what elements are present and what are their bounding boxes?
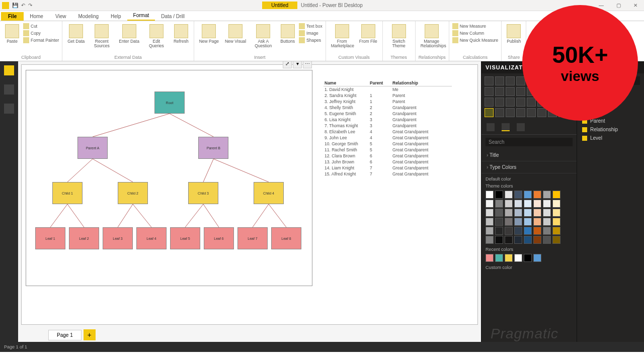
color-swatch[interactable]: [552, 227, 560, 235]
color-swatch[interactable]: [543, 209, 551, 217]
color-swatch[interactable]: [533, 209, 541, 217]
viz-type-icon[interactable]: [485, 98, 494, 107]
viz-type-icon[interactable]: [516, 98, 525, 107]
org-node[interactable]: Leaf 7: [237, 227, 268, 249]
field-item[interactable]: Level: [577, 134, 644, 142]
buttons-button[interactable]: Buttons: [278, 23, 297, 45]
recent-color-swatch[interactable]: [505, 254, 513, 262]
org-node[interactable]: Child 2: [118, 182, 148, 204]
color-swatch[interactable]: [495, 191, 503, 199]
color-swatch[interactable]: [495, 200, 503, 208]
table-row[interactable]: 11. Rachel Smith5Great Grandparent: [324, 147, 452, 153]
viz-type-icon[interactable]: [485, 87, 494, 96]
table-col-name[interactable]: Name: [324, 80, 369, 86]
color-swatch[interactable]: [495, 227, 503, 235]
format-section-type-colors[interactable]: Type Colors: [481, 161, 577, 173]
field-item[interactable]: Relationship: [577, 125, 644, 134]
viz-type-icon[interactable]: [495, 76, 504, 85]
table-row[interactable]: 10. George Smith5Great Grandparent: [324, 141, 452, 147]
color-swatch[interactable]: [552, 218, 560, 226]
color-swatch[interactable]: [495, 236, 503, 244]
color-swatch[interactable]: [514, 236, 522, 244]
new-page-button[interactable]: New Page: [197, 23, 221, 45]
viz-type-icon[interactable]: [495, 108, 504, 117]
color-swatch[interactable]: [514, 218, 522, 226]
viz-type-icon[interactable]: [527, 108, 536, 117]
color-swatch[interactable]: [486, 218, 494, 226]
color-swatch[interactable]: [505, 191, 513, 199]
color-swatch[interactable]: [486, 236, 494, 244]
manage-relationships-button[interactable]: Manage Relationships: [419, 23, 445, 50]
org-node[interactable]: Leaf 6: [204, 227, 234, 249]
ribbon-small-item[interactable]: New Quick Measure: [452, 37, 499, 43]
org-node[interactable]: Child 4: [254, 182, 284, 204]
color-swatch[interactable]: [514, 209, 522, 217]
color-swatch[interactable]: [524, 191, 532, 199]
color-swatch[interactable]: [543, 218, 551, 226]
table-col-rel[interactable]: Relationship: [391, 80, 447, 86]
color-swatch[interactable]: [524, 227, 532, 235]
org-node[interactable]: Parent B: [198, 137, 228, 159]
table-row[interactable]: 8. Elizabeth Lee4Great Grandparent: [324, 129, 452, 135]
color-swatch[interactable]: [543, 191, 551, 199]
report-canvas[interactable]: ⤢ ▾ ⋯ RootParent AParent BChild 1Child 2…: [21, 64, 478, 325]
org-node[interactable]: Child 3: [188, 182, 218, 204]
visual-filter-icon[interactable]: ▾: [293, 61, 302, 68]
color-swatch[interactable]: [495, 218, 503, 226]
viz-type-icon[interactable]: [485, 108, 494, 117]
data-view-icon[interactable]: [4, 84, 14, 95]
color-swatch[interactable]: [505, 200, 513, 208]
color-swatch[interactable]: [543, 236, 551, 244]
color-swatch[interactable]: [505, 218, 513, 226]
color-swatch[interactable]: [533, 227, 541, 235]
color-swatch[interactable]: [505, 209, 513, 217]
tab-data-drill[interactable]: Data / Drill: [155, 12, 191, 21]
tab-help[interactable]: Help: [105, 12, 127, 21]
color-swatch[interactable]: [543, 227, 551, 235]
color-swatch[interactable]: [514, 227, 522, 235]
color-swatch[interactable]: [486, 191, 494, 199]
color-swatch[interactable]: [543, 200, 551, 208]
page-tab[interactable]: Page 1: [48, 330, 82, 340]
qat-undo-icon[interactable]: ↶: [21, 3, 25, 8]
ribbon-small-item[interactable]: Format Painter: [23, 37, 59, 43]
table-row[interactable]: 6. Lisa Knight3Grandparent: [324, 117, 452, 123]
new-visual-button[interactable]: New Visual: [223, 23, 248, 45]
viz-type-icon[interactable]: [506, 87, 515, 96]
color-swatch[interactable]: [533, 236, 541, 244]
analytics-tab-icon[interactable]: [517, 123, 525, 131]
color-swatch[interactable]: [524, 209, 532, 217]
switch-theme-button[interactable]: Switch Theme: [386, 23, 412, 50]
recent-color-swatch[interactable]: [533, 254, 541, 262]
report-view-icon[interactable]: [4, 65, 14, 75]
color-swatch[interactable]: [533, 200, 541, 208]
from-file-button[interactable]: From File: [357, 23, 379, 45]
maximize-button[interactable]: ▢: [610, 0, 627, 11]
qat-redo-icon[interactable]: ↷: [28, 3, 32, 8]
recent-sources-button[interactable]: Recent Sources: [89, 23, 115, 50]
color-swatch[interactable]: [552, 236, 560, 244]
table-row[interactable]: 14. Liam Knight7Great Grandparent: [324, 165, 452, 171]
org-node[interactable]: Leaf 3: [103, 227, 133, 249]
org-node[interactable]: Root: [154, 92, 185, 114]
org-node[interactable]: Leaf 5: [170, 227, 200, 249]
table-row[interactable]: 13. John Brown6Great Grandparent: [324, 159, 452, 165]
viz-type-icon[interactable]: [506, 108, 515, 117]
viz-type-icon[interactable]: [495, 87, 504, 96]
close-button[interactable]: ✕: [627, 0, 644, 11]
color-swatch[interactable]: [495, 209, 503, 217]
org-node[interactable]: Leaf 4: [136, 227, 167, 249]
ribbon-small-item[interactable]: New Column: [452, 30, 499, 36]
publish-button[interactable]: Publish: [505, 23, 523, 45]
ribbon-small-item[interactable]: Image: [299, 30, 323, 36]
viz-type-icon[interactable]: [506, 76, 515, 85]
edit-queries-button[interactable]: Edit Queries: [143, 23, 170, 50]
tab-view[interactable]: View: [49, 12, 72, 21]
recent-color-swatch[interactable]: [524, 254, 532, 262]
tab-modeling[interactable]: Modeling: [72, 12, 105, 21]
format-search[interactable]: Search: [486, 138, 573, 146]
color-swatch[interactable]: [552, 191, 560, 199]
color-swatch[interactable]: [524, 236, 532, 244]
color-swatch[interactable]: [505, 236, 513, 244]
paste-button[interactable]: Paste: [3, 23, 21, 45]
